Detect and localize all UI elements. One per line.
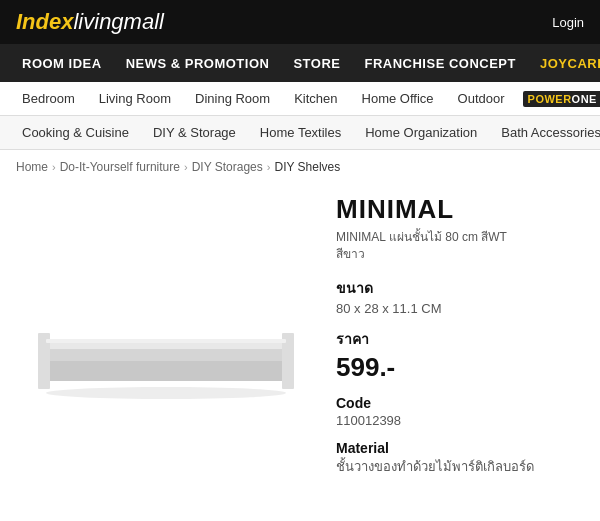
nav1-item-room-idea[interactable]: ROOM IDEA xyxy=(10,44,114,82)
powerone-badge: POWERONE xyxy=(523,91,600,107)
breadcrumb-diy-furniture[interactable]: Do-It-Yourself furniture xyxy=(60,160,180,174)
primary-nav: ROOM IDEA NEWS & PROMOTION STORE FRANCHI… xyxy=(0,44,600,82)
nav2-item-dining-room[interactable]: Dining Room xyxy=(183,82,282,116)
nav2-item-kitchen[interactable]: Kitchen xyxy=(282,82,349,116)
material-section: Material ชั้นวางของทำด้วยไม้พาร์ติเกิลบอ… xyxy=(336,440,584,476)
product-details: MINIMAL MINIMAL แผ่นชั้นไม้ 80 cm สีWT ส… xyxy=(336,194,584,488)
tertiary-nav: Cooking & Cuisine DIY & Storage Home Tex… xyxy=(0,116,600,150)
nav3-item-cooking[interactable]: Cooking & Cuisine xyxy=(10,116,141,150)
nav3-item-home-org[interactable]: Home Organization xyxy=(353,116,489,150)
product-image xyxy=(26,261,306,421)
price-section: ราคา 599.- xyxy=(336,328,584,383)
breadcrumb-sep-3: › xyxy=(267,161,271,173)
nav1-item-store[interactable]: STORE xyxy=(281,44,352,82)
nav2-item-bedroom[interactable]: Bedroom xyxy=(10,82,87,116)
nav3-item-diy[interactable]: DIY & Storage xyxy=(141,116,248,150)
breadcrumb-current: DIY Shelves xyxy=(274,160,340,174)
nav1-item-franchise[interactable]: FRANCHISE CONCEPT xyxy=(352,44,528,82)
main-content: MINIMAL MINIMAL แผ่นชั้นไม้ 80 cm สีWT ส… xyxy=(0,184,600,508)
svg-point-6 xyxy=(46,387,286,399)
nav2-item-home-office[interactable]: Home Office xyxy=(350,82,446,116)
nav1-item-news[interactable]: NEWS & PROMOTION xyxy=(114,44,282,82)
price-value: 599.- xyxy=(336,352,584,383)
material-label: Material xyxy=(336,440,584,456)
product-title: MINIMAL xyxy=(336,194,584,225)
logo-rest: livingmall xyxy=(73,9,163,35)
code-value: 110012398 xyxy=(336,413,584,428)
login-button[interactable]: Login xyxy=(552,15,584,30)
breadcrumb-home[interactable]: Home xyxy=(16,160,48,174)
nav1-item-joycard[interactable]: JOYCARD xyxy=(528,44,600,82)
price-label: ราคา xyxy=(336,328,584,350)
nav3-item-textiles[interactable]: Home Textiles xyxy=(248,116,353,150)
svg-rect-1 xyxy=(46,349,286,361)
product-subtitle-line2: สีขาว xyxy=(336,247,365,261)
nav2-item-outdoor[interactable]: Outdoor xyxy=(446,82,517,116)
svg-rect-2 xyxy=(46,361,286,381)
size-label: ขนาด xyxy=(336,277,584,299)
secondary-nav: Bedroom Living Room Dining Room Kitchen … xyxy=(0,82,600,116)
nav3-item-bath[interactable]: Bath Accessories xyxy=(489,116,600,150)
product-svg xyxy=(26,261,306,421)
top-bar: Index livingmall Login xyxy=(0,0,600,44)
logo-index: Index xyxy=(16,9,73,35)
code-label: Code xyxy=(336,395,584,411)
material-value: ชั้นวางของทำด้วยไม้พาร์ติเกิลบอร์ด xyxy=(336,458,584,476)
size-section: ขนาด 80 x 28 x 11.1 CM xyxy=(336,277,584,316)
size-value: 80 x 28 x 11.1 CM xyxy=(336,301,584,316)
nav2-item-powerone[interactable]: POWERONE xyxy=(517,82,600,116)
code-section: Code 110012398 xyxy=(336,395,584,428)
product-image-area xyxy=(16,194,316,488)
breadcrumb-sep-2: › xyxy=(184,161,188,173)
logo[interactable]: Index livingmall xyxy=(16,9,164,35)
breadcrumb-sep-1: › xyxy=(52,161,56,173)
product-subtitle-line1: MINIMAL แผ่นชั้นไม้ 80 cm สีWT xyxy=(336,230,507,244)
breadcrumb: Home › Do-It-Yourself furniture › DIY St… xyxy=(0,150,600,184)
svg-rect-5 xyxy=(46,339,286,343)
nav2-item-living-room[interactable]: Living Room xyxy=(87,82,183,116)
breadcrumb-diy-storages[interactable]: DIY Storages xyxy=(192,160,263,174)
product-subtitle: MINIMAL แผ่นชั้นไม้ 80 cm สีWT สีขาว xyxy=(336,229,584,263)
